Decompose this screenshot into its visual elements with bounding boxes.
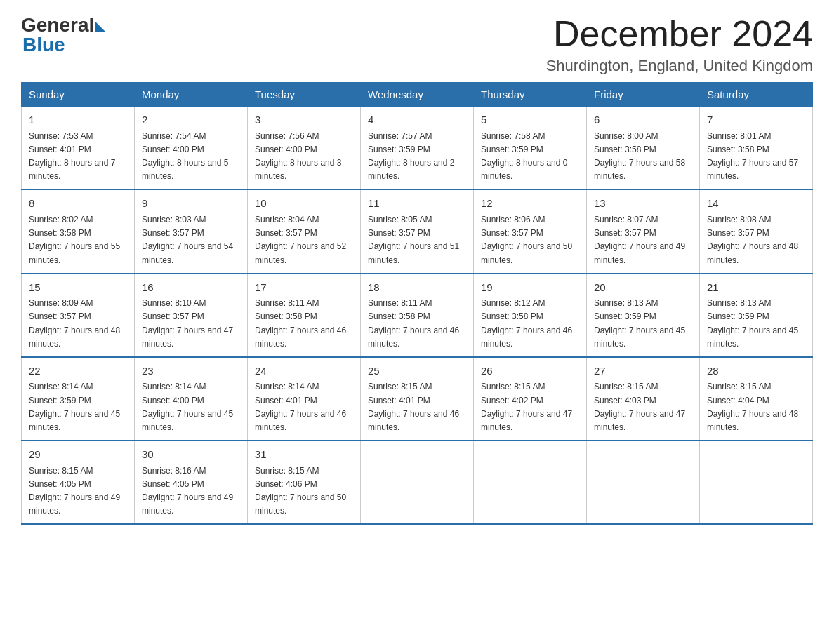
calendar-cell: 28Sunrise: 8:15 AMSunset: 4:04 PMDayligh… <box>700 357 813 441</box>
calendar-cell <box>587 441 700 524</box>
calendar-cell <box>361 441 474 524</box>
day-info: Sunrise: 8:07 AMSunset: 3:57 PMDaylight:… <box>594 215 685 265</box>
day-info: Sunrise: 7:56 AMSunset: 4:00 PMDaylight:… <box>255 131 341 182</box>
day-number: 18 <box>368 280 466 296</box>
day-info: Sunrise: 8:15 AMSunset: 4:06 PMDaylight:… <box>255 466 346 516</box>
header-thursday: Thursday <box>474 83 587 107</box>
day-number: 17 <box>255 280 353 296</box>
calendar-header-row: Sunday Monday Tuesday Wednesday Thursday… <box>22 83 813 107</box>
calendar-table: Sunday Monday Tuesday Wednesday Thursday… <box>21 82 813 525</box>
day-info: Sunrise: 8:15 AMSunset: 4:02 PMDaylight:… <box>481 382 572 432</box>
day-info: Sunrise: 8:03 AMSunset: 3:57 PMDaylight:… <box>142 215 233 265</box>
calendar-week-5: 29Sunrise: 8:15 AMSunset: 4:05 PMDayligh… <box>22 441 813 524</box>
header-sunday: Sunday <box>22 83 135 107</box>
calendar-week-4: 22Sunrise: 8:14 AMSunset: 3:59 PMDayligh… <box>22 357 813 441</box>
day-number: 21 <box>707 280 805 296</box>
day-number: 19 <box>481 280 579 296</box>
day-info: Sunrise: 7:54 AMSunset: 4:00 PMDaylight:… <box>142 131 228 182</box>
day-number: 24 <box>255 363 353 380</box>
calendar-cell: 24Sunrise: 8:14 AMSunset: 4:01 PMDayligh… <box>248 357 361 441</box>
day-info: Sunrise: 8:13 AMSunset: 3:59 PMDaylight:… <box>594 298 685 349</box>
calendar-cell <box>474 441 587 524</box>
calendar-cell: 26Sunrise: 8:15 AMSunset: 4:02 PMDayligh… <box>474 357 587 441</box>
day-number: 4 <box>368 112 466 128</box>
day-info: Sunrise: 8:02 AMSunset: 3:58 PMDaylight:… <box>29 215 120 265</box>
day-info: Sunrise: 8:11 AMSunset: 3:58 PMDaylight:… <box>368 298 459 349</box>
calendar-week-2: 8Sunrise: 8:02 AMSunset: 3:58 PMDaylight… <box>22 189 813 273</box>
calendar-cell: 20Sunrise: 8:13 AMSunset: 3:59 PMDayligh… <box>587 274 700 357</box>
day-number: 12 <box>481 196 579 212</box>
header-saturday: Saturday <box>700 83 813 107</box>
day-info: Sunrise: 8:14 AMSunset: 3:59 PMDaylight:… <box>29 382 120 432</box>
day-number: 7 <box>707 112 805 128</box>
calendar-cell: 22Sunrise: 8:14 AMSunset: 3:59 PMDayligh… <box>22 357 135 441</box>
header-friday: Friday <box>587 83 700 107</box>
page-header: General Blue December 2024 Shurdington, … <box>21 14 813 75</box>
calendar-cell <box>700 441 813 524</box>
month-title: December 2024 <box>546 14 813 54</box>
day-info: Sunrise: 8:00 AMSunset: 3:58 PMDaylight:… <box>594 131 685 182</box>
calendar-cell: 7Sunrise: 8:01 AMSunset: 3:58 PMDaylight… <box>700 107 813 190</box>
logo-blue-text: Blue <box>22 34 65 56</box>
location-text: Shurdington, England, United Kingdom <box>546 57 813 75</box>
calendar-cell: 10Sunrise: 8:04 AMSunset: 3:57 PMDayligh… <box>248 189 361 273</box>
day-info: Sunrise: 8:04 AMSunset: 3:57 PMDaylight:… <box>255 215 346 265</box>
day-info: Sunrise: 7:53 AMSunset: 4:01 PMDaylight:… <box>29 131 115 182</box>
day-number: 31 <box>255 447 353 463</box>
calendar-cell: 3Sunrise: 7:56 AMSunset: 4:00 PMDaylight… <box>248 107 361 190</box>
day-info: Sunrise: 8:11 AMSunset: 3:58 PMDaylight:… <box>255 298 346 349</box>
calendar-week-3: 15Sunrise: 8:09 AMSunset: 3:57 PMDayligh… <box>22 274 813 357</box>
day-number: 29 <box>29 447 127 463</box>
calendar-cell: 5Sunrise: 7:58 AMSunset: 3:59 PMDaylight… <box>474 107 587 190</box>
calendar-cell: 9Sunrise: 8:03 AMSunset: 3:57 PMDaylight… <box>135 189 248 273</box>
calendar-cell: 15Sunrise: 8:09 AMSunset: 3:57 PMDayligh… <box>22 274 135 357</box>
calendar-cell: 19Sunrise: 8:12 AMSunset: 3:58 PMDayligh… <box>474 274 587 357</box>
calendar-cell: 25Sunrise: 8:15 AMSunset: 4:01 PMDayligh… <box>361 357 474 441</box>
calendar-cell: 16Sunrise: 8:10 AMSunset: 3:57 PMDayligh… <box>135 274 248 357</box>
day-number: 16 <box>142 280 240 296</box>
calendar-cell: 30Sunrise: 8:16 AMSunset: 4:05 PMDayligh… <box>135 441 248 524</box>
day-info: Sunrise: 8:15 AMSunset: 4:01 PMDaylight:… <box>368 382 459 432</box>
calendar-cell: 13Sunrise: 8:07 AMSunset: 3:57 PMDayligh… <box>587 189 700 273</box>
day-number: 14 <box>707 196 805 212</box>
day-number: 13 <box>594 196 692 212</box>
day-info: Sunrise: 8:09 AMSunset: 3:57 PMDaylight:… <box>29 298 120 349</box>
day-info: Sunrise: 8:06 AMSunset: 3:57 PMDaylight:… <box>481 215 572 265</box>
header-monday: Monday <box>135 83 248 107</box>
day-info: Sunrise: 8:15 AMSunset: 4:04 PMDaylight:… <box>707 382 798 432</box>
day-number: 2 <box>142 112 240 128</box>
logo-arrow-icon <box>95 22 105 32</box>
day-number: 6 <box>594 112 692 128</box>
day-info: Sunrise: 8:12 AMSunset: 3:58 PMDaylight:… <box>481 298 572 349</box>
calendar-cell: 29Sunrise: 8:15 AMSunset: 4:05 PMDayligh… <box>22 441 135 524</box>
day-number: 20 <box>594 280 692 296</box>
calendar-cell: 8Sunrise: 8:02 AMSunset: 3:58 PMDaylight… <box>22 189 135 273</box>
day-info: Sunrise: 8:01 AMSunset: 3:58 PMDaylight:… <box>707 131 798 182</box>
header-tuesday: Tuesday <box>248 83 361 107</box>
calendar-cell: 6Sunrise: 8:00 AMSunset: 3:58 PMDaylight… <box>587 107 700 190</box>
calendar-cell: 27Sunrise: 8:15 AMSunset: 4:03 PMDayligh… <box>587 357 700 441</box>
day-info: Sunrise: 8:16 AMSunset: 4:05 PMDaylight:… <box>142 466 233 516</box>
calendar-cell: 4Sunrise: 7:57 AMSunset: 3:59 PMDaylight… <box>361 107 474 190</box>
day-number: 30 <box>142 447 240 463</box>
day-number: 8 <box>29 196 127 212</box>
calendar-cell: 23Sunrise: 8:14 AMSunset: 4:00 PMDayligh… <box>135 357 248 441</box>
calendar-cell: 18Sunrise: 8:11 AMSunset: 3:58 PMDayligh… <box>361 274 474 357</box>
day-number: 5 <box>481 112 579 128</box>
header-wednesday: Wednesday <box>361 83 474 107</box>
calendar-cell: 31Sunrise: 8:15 AMSunset: 4:06 PMDayligh… <box>248 441 361 524</box>
day-info: Sunrise: 8:13 AMSunset: 3:59 PMDaylight:… <box>707 298 798 349</box>
day-number: 3 <box>255 112 353 128</box>
logo: General Blue <box>21 14 105 56</box>
day-info: Sunrise: 7:57 AMSunset: 3:59 PMDaylight:… <box>368 131 454 182</box>
calendar-cell: 2Sunrise: 7:54 AMSunset: 4:00 PMDaylight… <box>135 107 248 190</box>
calendar-cell: 17Sunrise: 8:11 AMSunset: 3:58 PMDayligh… <box>248 274 361 357</box>
day-number: 23 <box>142 363 240 380</box>
day-info: Sunrise: 7:58 AMSunset: 3:59 PMDaylight:… <box>481 131 567 182</box>
calendar-cell: 1Sunrise: 7:53 AMSunset: 4:01 PMDaylight… <box>22 107 135 190</box>
day-info: Sunrise: 8:05 AMSunset: 3:57 PMDaylight:… <box>368 215 459 265</box>
day-info: Sunrise: 8:14 AMSunset: 4:01 PMDaylight:… <box>255 382 346 432</box>
day-info: Sunrise: 8:10 AMSunset: 3:57 PMDaylight:… <box>142 298 233 349</box>
day-number: 9 <box>142 196 240 212</box>
day-number: 27 <box>594 363 692 380</box>
